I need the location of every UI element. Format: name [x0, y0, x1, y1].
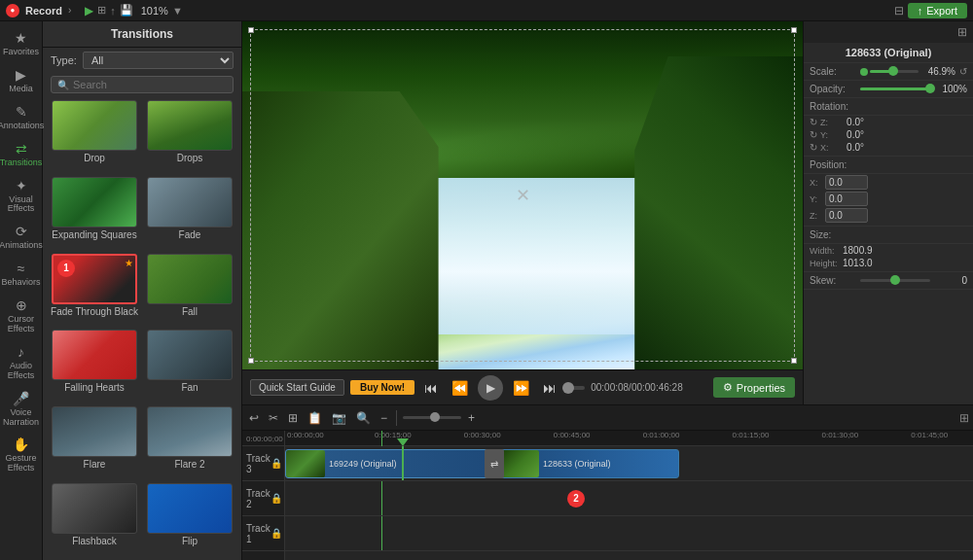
transition-flashback[interactable]: Flashback: [49, 483, 140, 556]
transition-drop[interactable]: Drop: [49, 100, 140, 173]
timeline-tracks-area: 0:00:00;00 0:00:15;00 0:00:30;00 0:00:45…: [285, 431, 973, 560]
undo-button[interactable]: ↩: [246, 410, 262, 426]
opacity-value: 100%: [934, 84, 967, 94]
transition-flare2[interactable]: Flare 2: [144, 406, 235, 479]
rotation-label-row: Rotation:: [804, 98, 973, 116]
step-forward-button[interactable]: ⏩: [509, 378, 533, 398]
scale-slider[interactable]: [870, 70, 919, 73]
gear-icon: ⚙: [723, 381, 733, 394]
transition-drops[interactable]: Drops: [144, 100, 235, 173]
transition-fade[interactable]: Fade: [144, 177, 235, 250]
copy-button[interactable]: ⊞: [285, 410, 301, 426]
track-3-row[interactable]: 169249 (Original) ⇄ 128633 (Original): [285, 446, 973, 481]
sidebar-item-visual-effects[interactable]: ✦ Visual Effects: [0, 173, 42, 220]
sidebar-item-media[interactable]: ▶ Media: [0, 62, 42, 99]
fast-forward-button[interactable]: ⏭: [539, 378, 560, 398]
minimize-icon[interactable]: ⊟: [894, 4, 904, 18]
properties-button[interactable]: ⚙ Properties: [713, 377, 795, 398]
pos-z-field[interactable]: [825, 208, 868, 223]
zoom-slider[interactable]: [403, 416, 461, 419]
play-pause-button[interactable]: ▶: [478, 375, 503, 401]
transition-falling-hearts[interactable]: Falling Hearts: [49, 330, 140, 402]
transition-expanding-squares[interactable]: Expanding Squares: [49, 177, 140, 250]
track-2-row[interactable]: 2: [285, 481, 973, 516]
sidebar-item-voice-narration[interactable]: 🎤 Voice Narration: [0, 386, 42, 433]
right-panel: ⊞ 128633 (Original) Scale: 46.9% ↺: [803, 21, 973, 404]
width-label: Width:: [810, 246, 839, 256]
sidebar-item-transitions[interactable]: ⇄ Transitions: [0, 136, 42, 173]
transition-thumb-fade: [147, 177, 233, 228]
transition-flare[interactable]: Flare: [49, 406, 140, 479]
sidebar-item-gesture-effects[interactable]: ✋ Gesture Effects: [0, 432, 42, 478]
search-input[interactable]: [73, 79, 227, 90]
sidebar-item-annotations[interactable]: ✎ Annotations: [0, 99, 42, 136]
pos-y-field[interactable]: [825, 192, 868, 206]
progress-bar[interactable]: [566, 386, 585, 390]
size-label-row: Size:: [804, 227, 973, 244]
height-value: 1013.0: [843, 258, 873, 268]
zoom-add-button[interactable]: +: [465, 410, 478, 426]
play-icon[interactable]: ▶: [85, 4, 93, 18]
track-3-clip-2[interactable]: 128633 (Original): [499, 449, 679, 478]
transition-thumb-drop: [52, 100, 137, 151]
clip-transition[interactable]: ⇄: [485, 449, 504, 478]
opacity-thumb: [925, 84, 935, 93]
zoom-out-button[interactable]: −: [378, 410, 390, 426]
track-1-lock[interactable]: 🔒: [270, 528, 282, 539]
type-dropdown[interactable]: All: [83, 52, 234, 69]
transition-fall[interactable]: Fall: [144, 254, 235, 327]
search-icon: 🔍: [57, 80, 69, 90]
track-2-lock[interactable]: 🔒: [270, 493, 282, 504]
sidebar-item-favorites[interactable]: ★ Favorites: [0, 25, 42, 62]
rp-topbar: ⊞: [804, 21, 973, 43]
buy-now-button[interactable]: Buy Now!: [350, 380, 414, 395]
cut-button[interactable]: ✂: [266, 410, 281, 426]
track-2-name: Track 2: [246, 488, 270, 509]
share-icon[interactable]: ↑: [110, 5, 116, 17]
pos-z-row: Z:: [804, 207, 973, 227]
progress-thumb: [562, 382, 574, 394]
export-button[interactable]: Export: [908, 3, 967, 18]
transition-flip[interactable]: Flip: [144, 483, 235, 556]
sidebar-item-animations[interactable]: ⟳ Animations: [0, 219, 42, 256]
track-2-label: Track 2 🔒: [242, 481, 284, 516]
skew-thumb: [890, 275, 900, 285]
save-icon[interactable]: 💾: [120, 4, 133, 17]
playhead: [402, 446, 404, 480]
transition-fade-through-black[interactable]: 1 ★ Fade Through Black: [49, 254, 140, 327]
paste-button[interactable]: 📋: [305, 410, 325, 426]
scale-value: 46.9%: [922, 66, 955, 77]
ruler-t6: 0:01:30;00: [821, 431, 858, 439]
rotation-z-value: 0.0°: [835, 117, 864, 127]
transition-fan[interactable]: Fan: [144, 330, 235, 402]
zoom-dropdown[interactable]: ▼: [172, 5, 183, 17]
track-3-lock[interactable]: 🔒: [270, 458, 282, 469]
opacity-slider[interactable]: [860, 88, 930, 90]
pos-y-row: Y:: [804, 191, 973, 207]
quick-start-button[interactable]: Quick Start Guide: [250, 379, 344, 396]
ruler-t3: 0:00:45;00: [554, 431, 591, 439]
scale-reset[interactable]: ↺: [959, 66, 967, 77]
pos-z-key: Z:: [810, 211, 823, 221]
pos-x-row: X:: [804, 174, 973, 191]
step-back-button[interactable]: ⏪: [448, 378, 472, 398]
sidebar-item-cursor-effects[interactable]: ⊕ Cursor Effects: [0, 293, 42, 339]
cursor-effects-icon: ⊕: [16, 298, 27, 313]
pos-x-field[interactable]: [825, 175, 868, 190]
size-label: Size:: [810, 229, 856, 240]
skew-value: 0: [934, 275, 967, 286]
monitor-icon: ⊞: [957, 25, 967, 39]
visual-effects-icon: ✦: [16, 178, 27, 193]
track-1-row[interactable]: [285, 516, 973, 551]
track-3-clip-1[interactable]: 169249 (Original): [285, 449, 489, 478]
sidebar-item-audio-effects[interactable]: ♪ Audio Effects: [0, 339, 42, 386]
zoom-in-button[interactable]: 🔍: [353, 410, 374, 426]
snapshot-button[interactable]: 📷: [329, 410, 349, 426]
app-title: Record: [25, 5, 62, 17]
layout-icon[interactable]: ⊞: [97, 4, 106, 17]
sidebar-item-behaviors[interactable]: ≈ Behaviors: [0, 256, 42, 293]
skew-slider[interactable]: [860, 279, 930, 282]
height-label: Height:: [810, 259, 839, 268]
rewind-button[interactable]: ⏮: [420, 378, 442, 398]
external-link-icon[interactable]: ⊞: [959, 411, 969, 425]
